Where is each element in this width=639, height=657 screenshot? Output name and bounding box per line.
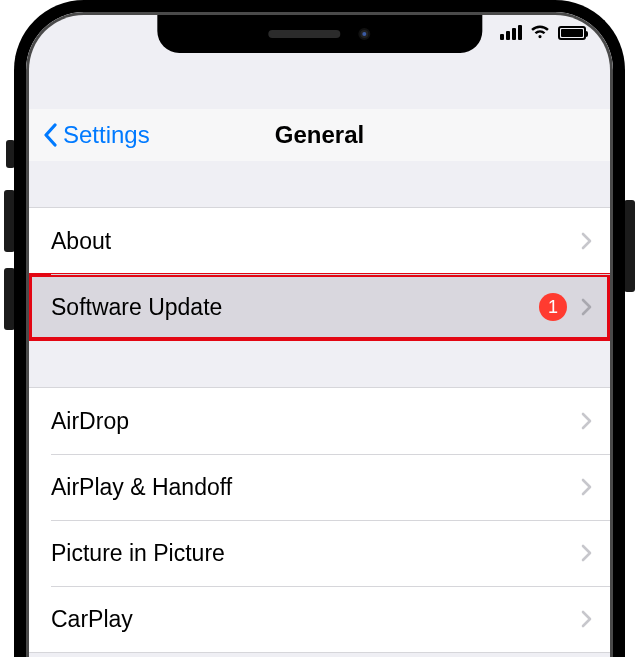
chevron-right-icon — [581, 232, 592, 250]
row-label: Picture in Picture — [51, 540, 581, 567]
row-about[interactable]: About — [29, 208, 610, 274]
row-picture-in-picture[interactable]: Picture in Picture — [29, 520, 610, 586]
row-label: About — [51, 228, 581, 255]
row-label: AirPlay & Handoff — [51, 474, 581, 501]
section-spacer — [29, 341, 610, 387]
speaker-grille — [268, 30, 340, 38]
settings-group-2: AirDrop AirPlay & Handoff Picture in Pic… — [29, 387, 610, 653]
back-label: Settings — [63, 121, 150, 149]
chevron-right-icon — [581, 478, 592, 496]
battery-icon — [558, 26, 586, 40]
device-frame: Settings General About Software Update 1 — [14, 0, 625, 657]
row-software-update[interactable]: Software Update 1 — [29, 274, 610, 340]
wifi-icon — [530, 25, 550, 40]
front-camera — [358, 28, 370, 40]
chevron-right-icon — [581, 412, 592, 430]
row-label: CarPlay — [51, 606, 581, 633]
section-spacer — [29, 161, 610, 207]
row-label: Software Update — [51, 294, 539, 321]
row-carplay[interactable]: CarPlay — [29, 586, 610, 652]
cellular-signal-icon — [500, 25, 522, 40]
page-title: General — [275, 121, 364, 149]
row-airplay-handoff[interactable]: AirPlay & Handoff — [29, 454, 610, 520]
navigation-bar: Settings General — [29, 109, 610, 161]
chevron-right-icon — [581, 610, 592, 628]
power-button — [624, 200, 635, 292]
back-button[interactable]: Settings — [43, 121, 275, 149]
chevron-left-icon — [43, 123, 59, 147]
notification-badge: 1 — [539, 293, 567, 321]
chevron-right-icon — [581, 298, 592, 316]
settings-group-1: About Software Update 1 — [29, 207, 610, 341]
status-bar — [500, 25, 586, 40]
chevron-right-icon — [581, 544, 592, 562]
row-airdrop[interactable]: AirDrop — [29, 388, 610, 454]
notch — [157, 15, 482, 53]
row-label: AirDrop — [51, 408, 581, 435]
